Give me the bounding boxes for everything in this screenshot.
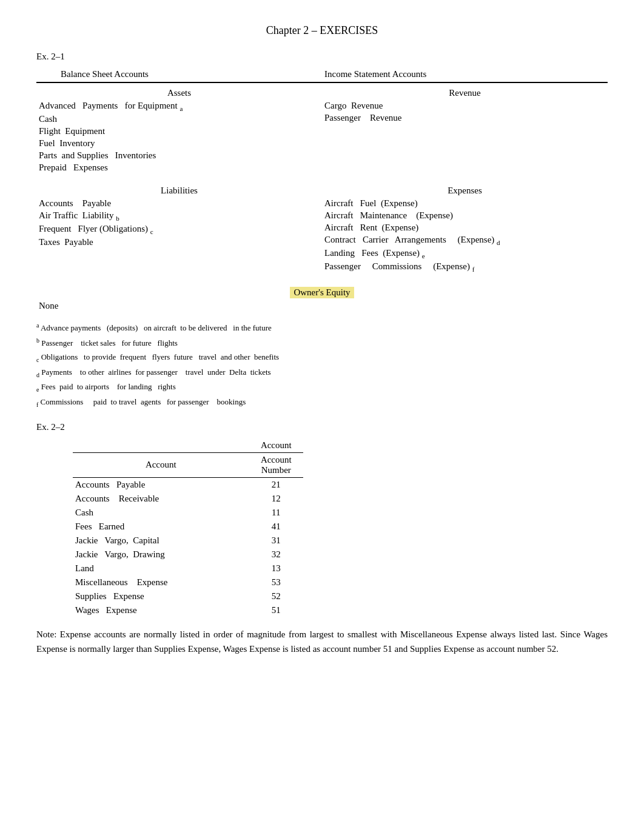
ex1-label: Ex. 2–1 [36, 52, 608, 62]
table-row: Miscellaneous Expense 53 [73, 575, 303, 589]
expense-3: Contract Carrier Arrangements (Expense) … [324, 235, 605, 246]
expenses-header: Expenses [324, 186, 605, 196]
table-row: Accounts Receivable 12 [73, 492, 303, 506]
asset-0: Advanced Payments for Equipment a [39, 101, 320, 112]
table-row: Accounts Payable 21 [73, 477, 303, 492]
expense-5: Passenger Commissions (Expense) f [324, 261, 605, 273]
col-account-header [73, 438, 249, 453]
liability-2: Frequent Flyer (Obligations) c [39, 224, 320, 235]
col-number-label-1: Account [249, 438, 303, 453]
asset-3: Fuel Inventory [39, 138, 320, 149]
footnote-f: f Commissions paid to travel agents for … [36, 396, 608, 410]
table-row: Supplies Expense 52 [73, 589, 303, 603]
table-row: Jackie Vargo, Capital 31 [73, 534, 303, 548]
expense-2: Aircraft Rent (Expense) [324, 223, 605, 233]
footnotes-section: a Advance payments (deposits) on aircraf… [36, 321, 608, 410]
ex2-label: Ex. 2–2 [36, 422, 608, 432]
ex2-note: Note: Expense accounts are normally list… [36, 627, 608, 657]
table-row: Jackie Vargo, Drawing 32 [73, 548, 303, 562]
expense-1: Aircraft Maintenance (Expense) [324, 210, 605, 221]
ex2-section: Ex. 2–2 Account Account Account Number A… [36, 422, 608, 657]
table-row: Cash 11 [73, 506, 303, 520]
asset-5: Prepaid Expenses [39, 163, 320, 173]
asset-2: Flight Equipment [39, 126, 320, 136]
footnote-e: e Fees paid to airports for landing righ… [36, 381, 608, 395]
owner-equity-header: Owner's Equity [290, 287, 354, 297]
footnote-d: d Payments to other airlines for passeng… [36, 366, 608, 380]
assets-header: Assets [39, 88, 320, 98]
liability-0: Accounts Payable [39, 198, 320, 209]
table-row: Land 13 [73, 562, 303, 575]
footnote-c: c Obligations to provide frequent flyers… [36, 351, 608, 365]
revenue-1: Passenger Revenue [324, 113, 605, 123]
asset-1: Cash [39, 114, 320, 124]
revenue-0: Cargo Revenue [324, 101, 605, 111]
liability-3: Taxes Payable [39, 237, 320, 247]
owner-equity-value: None [39, 301, 605, 311]
ex1-table: Balance Sheet Accounts Income Statement … [36, 68, 608, 312]
expense-4: Landing Fees (Expense) e [324, 248, 605, 260]
income-statement-header: Income Statement Accounts [322, 68, 608, 82]
page-title: Chapter 2 – EXERCISES [36, 24, 608, 37]
asset-4: Parts and Supplies Inventories [39, 150, 320, 161]
table-row: Wages Expense 51 [73, 603, 303, 617]
liabilities-header: Liabilities [39, 186, 320, 196]
table-row: Fees Earned 41 [73, 520, 303, 534]
revenue-header: Revenue [324, 88, 605, 98]
footnote-a: a Advance payments (deposits) on aircraf… [36, 321, 608, 335]
balance-sheet-header: Balance Sheet Accounts [36, 68, 322, 82]
col-account-label: Account [73, 452, 249, 477]
ex2-table: Account Account Account Number Accounts … [73, 438, 303, 617]
col-number-header: Account Number [249, 452, 303, 477]
footnote-b: b Passenger ticket sales for future flig… [36, 336, 608, 350]
liability-1: Air Traffic Liability b [39, 210, 320, 222]
expense-0: Aircraft Fuel (Expense) [324, 198, 605, 209]
